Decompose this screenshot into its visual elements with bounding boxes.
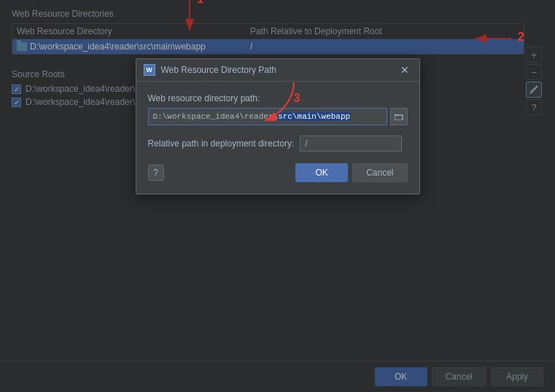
dialog-body: Web resource directory path: D:\workspac… [136,82,419,194]
dialog-title-left: W Web Resource Directory Path [144,64,277,76]
dialog-ok-button[interactable]: OK [295,163,348,182]
browse-button[interactable] [390,108,408,125]
relative-input[interactable] [300,136,402,152]
dialog: W Web Resource Directory Path ✕ Web reso… [136,58,420,195]
dialog-title-bar: W Web Resource Directory Path ✕ [136,59,419,82]
svg-rect-2 [395,115,403,120]
browse-icon [395,113,403,120]
dialog-title-text: Web Resource Directory Path [161,65,277,75]
dialog-actions: ? OK Cancel [148,163,408,182]
dialog-overlay: W Web Resource Directory Path ✕ Web reso… [0,0,555,392]
dialog-icon: W [144,64,155,76]
path-input-row: D:\workspace_idea4\reader\src\main\webap… [148,108,408,125]
path-input[interactable]: D:\workspace_idea4\reader\src\main\webap… [148,108,387,125]
dialog-action-buttons: OK Cancel [295,163,407,182]
path-selected-text: src\main\webapp [278,112,350,121]
dialog-cancel-button[interactable]: Cancel [352,163,407,182]
dialog-help-button[interactable]: ? [148,165,164,181]
main-panel: Web Resource Directories Web Resource Di… [0,0,555,392]
path-field-label: Web resource directory path: [148,93,408,103]
relative-label: Relative path in deployment directory: [148,138,295,149]
relative-path-row: Relative path in deployment directory: [148,136,408,152]
dialog-close-button[interactable]: ✕ [397,63,412,77]
path-normal-text: D:\workspace_idea4\reader\ [153,112,279,121]
